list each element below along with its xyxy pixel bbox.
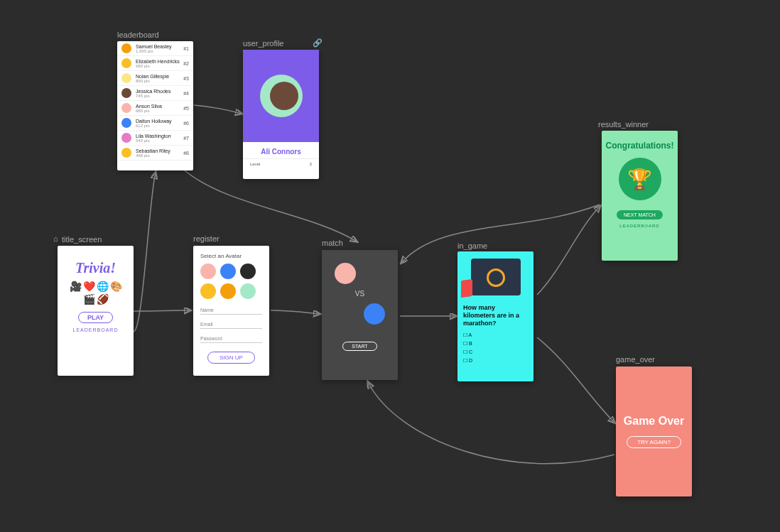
leaderboard-card[interactable]: Samuel Beasley1,095 pts#1Elizabeth Hendr… [117, 41, 193, 170]
node-label-title-screen: title_screen [62, 235, 102, 244]
congrats-title: Congratulations! [606, 141, 674, 151]
leaderboard-row[interactable]: Anson Silva680 pts#5 [117, 101, 193, 116]
game-over-title: Game Over [624, 415, 684, 428]
leaderboard-link[interactable]: LEADERBOARD [619, 224, 659, 228]
start-button[interactable]: START [342, 342, 377, 351]
match-card[interactable]: VS START [322, 250, 398, 380]
node-label-match: match [322, 239, 343, 247]
ball-icon: 🏈 [97, 293, 109, 305]
avatar-option[interactable] [240, 264, 256, 279]
player1-avatar [335, 263, 356, 284]
results-winner-card[interactable]: Congratulations! NEXT MATCH LEADERBOARD [602, 131, 678, 261]
leaderboard-row[interactable]: Sebastian Riley498 pts#8 [117, 146, 193, 161]
try-again-button[interactable]: TRY AGAIN? [627, 436, 681, 448]
node-label-in-game: in_game [457, 241, 487, 250]
avatar-option[interactable] [200, 283, 216, 299]
leaderboard-row[interactable]: Dalton Holloway612 pts#6 [117, 116, 193, 131]
option-b[interactable]: B [463, 341, 528, 347]
password-field[interactable]: Password [200, 336, 262, 343]
signup-button[interactable]: SIGN UP [207, 352, 255, 364]
avatar-grid [200, 264, 262, 299]
game-over-card[interactable]: Game Over TRY AGAIN? [616, 367, 692, 496]
node-label-register: register [193, 234, 220, 243]
title-icons: 🎥❤️🌐 🎨🎬🏈 [63, 281, 129, 305]
app-title: Trivia! [75, 260, 116, 276]
avatar-option[interactable] [220, 283, 236, 299]
name-field[interactable]: Name [200, 308, 262, 315]
player2-avatar [364, 303, 385, 325]
profile-stats: Level2 [243, 158, 319, 169]
option-a[interactable]: A [463, 332, 528, 338]
avatar-option[interactable] [220, 264, 236, 279]
clapper-icon: 🎬 [83, 293, 95, 305]
option-c[interactable]: C [463, 349, 528, 355]
leaderboard-row[interactable]: Elizabeth Hendricks980 pts#2 [117, 56, 193, 71]
in-game-card[interactable]: How many kilometers are in a marathon? A… [457, 251, 533, 381]
leaderboard-row[interactable]: Lila Washington540 pts#7 [117, 131, 193, 146]
heart-icon: ❤️ [83, 281, 95, 292]
register-card[interactable]: Select an Avatar Name Email Password SIG… [193, 246, 269, 376]
option-d[interactable]: D [463, 358, 528, 364]
avatar [260, 75, 303, 117]
play-button[interactable]: PLAY [78, 312, 113, 323]
question-image [471, 259, 521, 295]
next-match-button[interactable]: NEXT MATCH [617, 210, 663, 219]
avatar-option[interactable] [200, 264, 216, 279]
art-icon: 🎨 [110, 281, 122, 292]
email-field[interactable]: Email [200, 322, 262, 329]
register-title: Select an Avatar [200, 253, 262, 259]
user-profile-card[interactable]: Ali Connors Level2 [243, 50, 319, 179]
question-text: How many kilometers are in a marathon? [463, 304, 528, 327]
node-label-game-over: game_over [616, 355, 655, 364]
node-label-user-profile: user_profile [243, 39, 283, 48]
leaderboard-link[interactable]: LEADERBOARD [73, 327, 119, 332]
leaderboard-row[interactable]: Samuel Beasley1,095 pts#1 [117, 41, 193, 56]
profile-name: Ali Connors [243, 142, 319, 158]
globe-icon: 🌐 [97, 281, 109, 292]
node-label-leaderboard: leaderboard [117, 31, 159, 39]
title-screen-card[interactable]: Trivia! 🎥❤️🌐 🎨🎬🏈 PLAY LEADERBOARD [58, 246, 134, 376]
node-label-results-winner: results_winner [598, 120, 649, 129]
vs-text: VS [355, 290, 364, 298]
link-icon[interactable]: 🔗 [313, 38, 323, 48]
film-icon: 🎥 [70, 281, 82, 292]
trophy-icon [619, 158, 661, 200]
leaderboard-row[interactable]: Nolan Gillespie890 pts#3 [117, 71, 193, 86]
leaderboard-row[interactable]: Jessica Rhodes745 pts#4 [117, 86, 193, 101]
home-icon: ⌂ [53, 234, 58, 243]
avatar-option[interactable] [240, 283, 256, 299]
profile-header [243, 50, 319, 142]
